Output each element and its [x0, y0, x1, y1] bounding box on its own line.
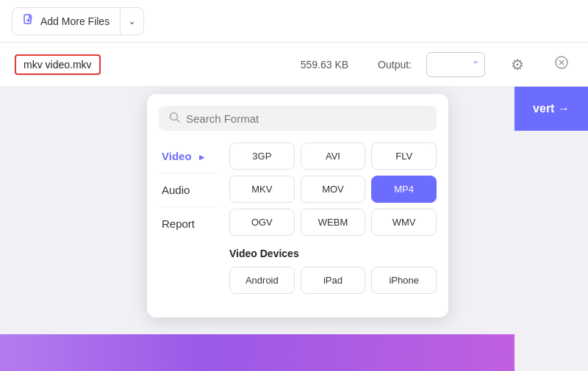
category-report[interactable]: Report — [159, 213, 218, 234]
toolbar: Add More Files ⌄ — [0, 0, 588, 43]
format-btn-mkv[interactable]: MKV — [229, 176, 295, 203]
category-video[interactable]: Video ► — [159, 145, 218, 167]
output-label: Output: — [378, 59, 412, 71]
convert-button[interactable]: vert → — [514, 87, 588, 131]
panel-body: Video ► Audio Report 3GPAVIFLVMKVMOVMP4O… — [159, 143, 437, 306]
format-btn-webm[interactable]: WEBM — [301, 209, 366, 236]
add-more-dropdown-button[interactable]: ⌄ — [121, 7, 144, 35]
close-icon — [555, 56, 568, 73]
device-btn-ipad[interactable]: iPad — [301, 267, 366, 294]
gear-icon: ⚙ — [511, 56, 524, 73]
bottom-bar — [0, 334, 514, 371]
convert-label: vert → — [533, 102, 570, 115]
format-btn-mov[interactable]: MOV — [301, 176, 366, 203]
chevron-down-icon: ⌄ — [128, 15, 136, 26]
category-audio[interactable]: Audio — [159, 179, 218, 201]
category-divider-2 — [159, 206, 218, 207]
device-btn-android[interactable]: Android — [229, 267, 295, 294]
device-format-grid: AndroidiPadiPhone — [229, 267, 437, 294]
format-btn-mp4[interactable]: MP4 — [371, 176, 437, 203]
devices-section-label: Video Devices — [229, 248, 437, 259]
output-select[interactable] — [426, 52, 485, 77]
file-row: mkv video.mkv 559.63 KB Output: ⌃ ⚙ — [0, 43, 588, 87]
device-btn-iphone[interactable]: iPhone — [371, 267, 437, 294]
file-size: 559.63 KB — [301, 59, 348, 71]
video-arrow-icon: ► — [198, 152, 207, 162]
add-more-button[interactable]: Add More Files — [12, 7, 121, 35]
format-btn-avi[interactable]: AVI — [301, 143, 366, 170]
search-box — [159, 106, 437, 131]
categories-list: Video ► Audio Report — [159, 143, 218, 306]
format-btn-flv[interactable]: FLV — [371, 143, 437, 170]
settings-button[interactable]: ⚙ — [506, 53, 529, 76]
search-format-input[interactable] — [186, 112, 426, 125]
output-select-wrapper: ⌃ — [426, 52, 485, 77]
category-divider — [159, 173, 218, 173]
main-area: vert → Video ► Audio Report — [0, 87, 588, 371]
format-btn-ogv[interactable]: OGV — [229, 209, 295, 236]
svg-line-7 — [177, 120, 180, 123]
add-more-label: Add More Files — [40, 15, 110, 27]
remove-file-button[interactable] — [550, 53, 573, 76]
format-btn-wmv[interactable]: WMV — [371, 209, 437, 236]
formats-scroll[interactable]: 3GPAVIFLVMKVMOVMP4OGVWEBMWMV Video Devic… — [229, 143, 437, 306]
format-panel: Video ► Audio Report 3GPAVIFLVMKVMOVMP4O… — [147, 94, 448, 317]
add-file-icon — [23, 14, 35, 29]
file-name-badge: mkv video.mkv — [15, 54, 101, 75]
video-format-grid: 3GPAVIFLVMKVMOVMP4OGVWEBMWMV — [229, 143, 437, 236]
search-icon — [169, 112, 180, 125]
format-btn-3gp[interactable]: 3GP — [229, 143, 295, 170]
